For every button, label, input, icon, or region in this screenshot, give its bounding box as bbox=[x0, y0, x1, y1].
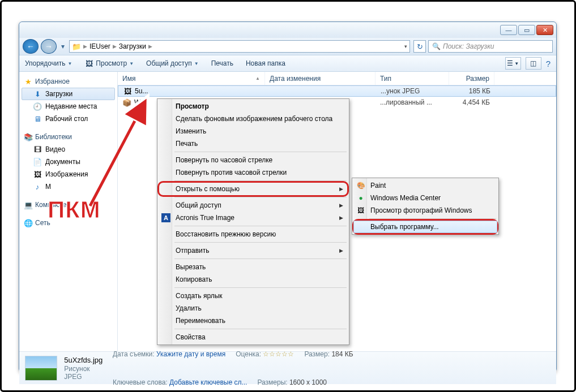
computer-icon: 💻 bbox=[24, 200, 33, 209]
video-icon: 🎞 bbox=[33, 145, 42, 154]
preview-menu[interactable]: 🖼Просмотр▼ bbox=[84, 59, 134, 68]
preview-icon: 🖼 bbox=[84, 59, 93, 68]
ctx-delete[interactable]: Удалить bbox=[159, 302, 348, 315]
favorites-group[interactable]: ★Избранное bbox=[22, 75, 115, 88]
maximize-button[interactable]: ▭ bbox=[518, 25, 535, 35]
ctx-print[interactable]: Печать bbox=[159, 137, 348, 150]
ctx-open-with[interactable]: Открыть с помощью▶ bbox=[159, 183, 348, 195]
nav-documents[interactable]: 📄Документы bbox=[22, 156, 115, 168]
details-pane: 5uXzfds.jpg Рисунок JPEG Дата съемки: Ук… bbox=[19, 351, 556, 384]
nav-downloads[interactable]: ⬇Загрузки bbox=[22, 88, 115, 100]
submenu-arrow-icon: ▶ bbox=[339, 186, 343, 192]
ctx-acronis[interactable]: AAcronis True Image▶ bbox=[159, 212, 348, 224]
nav-music[interactable]: ♪М bbox=[22, 180, 115, 193]
chevron-right-icon: ▶ bbox=[113, 44, 117, 49]
ctx-send-to[interactable]: Отправить▶ bbox=[159, 244, 348, 257]
preview-pane-button[interactable]: ◫ bbox=[526, 57, 541, 70]
forward-button[interactable]: → bbox=[41, 39, 57, 54]
photo-viewer-icon: 🖼 bbox=[356, 206, 365, 215]
submenu-arrow-icon: ▶ bbox=[339, 215, 343, 221]
col-size[interactable]: Размер bbox=[449, 72, 494, 85]
music-icon: ♪ bbox=[33, 182, 42, 191]
breadcrumb-box[interactable]: 📁 ▶ IEUser ▶ Загрузки ▶ ▾ bbox=[69, 40, 410, 53]
context-menu: Просмотр Сделать фоновым изображением ра… bbox=[157, 98, 349, 345]
open-with-wmc[interactable]: ●Windows Media Center bbox=[353, 192, 497, 204]
thumbnail bbox=[25, 356, 57, 381]
nav-desktop[interactable]: 🖥Рабочий стол bbox=[22, 113, 115, 125]
ctx-restore-version[interactable]: Восстановить прежнюю версию bbox=[159, 228, 348, 240]
downloads-icon: ⬇ bbox=[33, 89, 42, 98]
details-filetype: Рисунок JPEG bbox=[64, 365, 106, 381]
address-bar: ← → ▾ 📁 ▶ IEUser ▶ Загрузки ▶ ▾ ↻ 🔍 Поис… bbox=[19, 38, 556, 55]
nav-pictures[interactable]: 🖼Изображения bbox=[22, 168, 115, 180]
libraries-group[interactable]: 📚Библиотеки bbox=[22, 131, 115, 143]
print-button[interactable]: Печать bbox=[211, 59, 233, 67]
media-center-icon: ● bbox=[356, 193, 365, 203]
ctx-properties[interactable]: Свойства bbox=[159, 331, 348, 343]
search-icon: 🔍 bbox=[432, 42, 441, 50]
ctx-rotate-cw[interactable]: Повернуть по часовой стрелке bbox=[159, 154, 348, 166]
open-with-paint[interactable]: 🎨Paint bbox=[353, 179, 497, 192]
col-type[interactable]: Тип bbox=[376, 72, 449, 85]
view-mode-button[interactable]: ☰▼ bbox=[505, 57, 521, 70]
ctx-set-wallpaper[interactable]: Сделать фоновым изображением рабочего ст… bbox=[159, 113, 348, 125]
ctx-rename[interactable]: Переименовать bbox=[159, 315, 348, 327]
paint-icon: 🎨 bbox=[356, 181, 365, 190]
ctx-share[interactable]: Общий доступ▶ bbox=[159, 199, 348, 212]
chevron-right-icon: ▶ bbox=[148, 44, 152, 49]
search-placeholder: Поиск: Загрузки bbox=[443, 42, 494, 50]
close-button[interactable]: ✕ bbox=[536, 25, 553, 35]
breadcrumb-user[interactable]: IEUser bbox=[89, 42, 110, 50]
annotation-label: ПКМ bbox=[48, 196, 101, 223]
star-icon: ★ bbox=[24, 77, 33, 86]
submenu-arrow-icon: ▶ bbox=[339, 203, 343, 208]
network-icon: 🌐 bbox=[24, 218, 33, 227]
nav-history-dropdown[interactable]: ▾ bbox=[59, 40, 67, 53]
acronis-icon: A bbox=[161, 213, 170, 222]
share-menu[interactable]: Общий доступ▼ bbox=[146, 59, 199, 67]
details-dims-value: 1600 x 1000 bbox=[289, 378, 327, 386]
breadcrumb-downloads[interactable]: Загрузки bbox=[119, 42, 146, 50]
details-tags-value[interactable]: Добавьте ключевые сл... bbox=[169, 378, 247, 386]
libraries-icon: 📚 bbox=[24, 132, 33, 141]
screenshot-frame: — ▭ ✕ ← → ▾ 📁 ▶ IEUser ▶ Загрузки ▶ ▾ ↻ … bbox=[0, 0, 576, 392]
ctx-rotate-ccw[interactable]: Повернуть против часовой стрелки bbox=[159, 166, 348, 179]
address-dropdown-icon[interactable]: ▾ bbox=[404, 44, 407, 49]
file-row[interactable]: 🖼5u... ...унок JPEG 185 КБ bbox=[118, 85, 556, 97]
new-folder-button[interactable]: Новая папка bbox=[246, 59, 285, 67]
col-name[interactable]: Имя▲ bbox=[118, 72, 265, 85]
nav-videos[interactable]: 🎞Видео bbox=[22, 143, 115, 156]
search-input[interactable]: 🔍 Поиск: Загрузки bbox=[428, 40, 553, 53]
ctx-create-shortcut[interactable]: Создать ярлык bbox=[159, 290, 348, 302]
picture-icon: 🖼 bbox=[33, 170, 42, 179]
ctx-edit[interactable]: Изменить bbox=[159, 125, 348, 137]
explorer-window: — ▭ ✕ ← → ▾ 📁 ▶ IEUser ▶ Загрузки ▶ ▾ ↻ … bbox=[19, 21, 557, 372]
ctx-preview[interactable]: Просмотр bbox=[159, 100, 348, 113]
minimize-button[interactable]: — bbox=[500, 25, 517, 35]
open-with-photo-viewer[interactable]: 🖼Просмотр фотографий Windows bbox=[353, 204, 497, 217]
chevron-right-icon: ▶ bbox=[83, 44, 87, 49]
details-filename: 5uXzfds.jpg bbox=[64, 356, 106, 364]
view-icon: ☰ bbox=[507, 59, 513, 67]
submenu-arrow-icon: ▶ bbox=[339, 248, 343, 253]
col-date[interactable]: Дата изменения bbox=[265, 72, 376, 85]
help-button[interactable]: ? bbox=[546, 59, 551, 68]
details-dims-label: Размеры: bbox=[257, 378, 287, 386]
choose-program[interactable]: Выбрать программу... bbox=[353, 221, 497, 233]
organize-menu[interactable]: Упорядочить▼ bbox=[25, 59, 72, 67]
column-headers: Имя▲ Дата изменения Тип Размер bbox=[118, 72, 556, 85]
back-button[interactable]: ← bbox=[23, 39, 39, 54]
open-with-submenu: 🎨Paint ●Windows Media Center 🖼Просмотр ф… bbox=[352, 178, 499, 235]
titlebar: — ▭ ✕ bbox=[19, 22, 556, 38]
refresh-button[interactable]: ↻ bbox=[413, 40, 426, 53]
nav-recent[interactable]: 🕘Недавние места bbox=[22, 100, 115, 113]
ctx-cut[interactable]: Вырезать bbox=[159, 261, 348, 273]
desktop-icon: 🖥 bbox=[33, 114, 42, 123]
archive-file-icon: 📦 bbox=[122, 98, 131, 107]
toolbar: Упорядочить▼ 🖼Просмотр▼ Общий доступ▼ Пе… bbox=[19, 55, 556, 72]
folder-icon: 📁 bbox=[72, 42, 81, 51]
details-tags-label: Ключевые слова: bbox=[113, 378, 168, 386]
ctx-copy[interactable]: Копировать bbox=[159, 273, 348, 286]
recent-icon: 🕘 bbox=[33, 102, 42, 111]
document-icon: 📄 bbox=[33, 157, 42, 166]
